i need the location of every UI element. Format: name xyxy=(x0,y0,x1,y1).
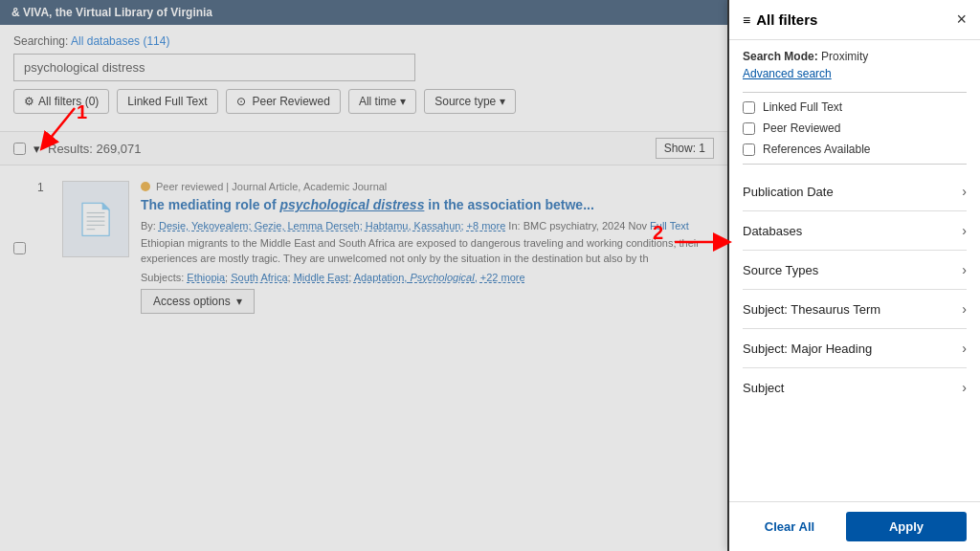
publication-date-section[interactable]: Publication Date › xyxy=(743,172,967,211)
right-panel: ≡ All filters × Search Mode: Proximity A… xyxy=(727,0,980,551)
results-bar: ▾ Results: 269,071 Show: 1 xyxy=(0,131,727,165)
apply-button[interactable]: Apply xyxy=(846,512,967,541)
databases-section[interactable]: Databases › xyxy=(743,211,967,251)
panel-body: Search Mode: Proximity Advanced search L… xyxy=(729,40,980,501)
results-count: Results: 269,071 xyxy=(48,142,142,156)
advanced-search-link[interactable]: Advanced search xyxy=(743,67,967,80)
checkbox-linked-full-text: Linked Full Text xyxy=(743,100,967,114)
authors-more-link[interactable]: +8 more xyxy=(467,220,506,231)
header-title: & VIVA, the Virtual Library of Virginia xyxy=(11,6,212,19)
search-input[interactable] xyxy=(13,54,415,81)
linked-full-text-checkbox[interactable] xyxy=(743,101,755,114)
databases-link[interactable]: All databases (114) xyxy=(71,34,169,48)
author-link[interactable]: Desie, Yekoyealem; Gezie, Lemma Derseh; … xyxy=(159,220,464,231)
filter-row: ⚙ All filters (0) Linked Full Text ⊙ Pee… xyxy=(13,89,714,114)
page-header: & VIVA, the Virtual Library of Virginia xyxy=(0,0,727,25)
chevron-right-icon: › xyxy=(962,184,967,199)
result-subjects: Subjects: Ethiopia; South Africa; Middle… xyxy=(141,272,714,283)
result-meta: Peer reviewed | Journal Article, Academi… xyxy=(141,181,714,192)
result-checkbox[interactable] xyxy=(13,183,26,314)
checkbox-references: References Available xyxy=(743,143,967,156)
panel-footer: Clear All Apply xyxy=(729,501,980,551)
all-time-button[interactable]: All time ▾ xyxy=(348,89,416,114)
all-filters-button[interactable]: ⚙ All filters (0) xyxy=(13,89,109,114)
filter-icon: ⚙ xyxy=(24,95,34,108)
close-panel-button[interactable]: × xyxy=(956,10,967,30)
source-type-button[interactable]: Source type ▾ xyxy=(424,89,516,114)
result-authors: By: Desie, Yekoyealem; Gezie, Lemma Ders… xyxy=(141,220,714,231)
subject-thesaurus-section[interactable]: Subject: Thesaurus Term › xyxy=(743,290,967,329)
panel-divider-2 xyxy=(743,164,967,165)
peer-reviewed-dot xyxy=(141,182,150,191)
show-control[interactable]: Show: 1 xyxy=(656,138,714,159)
references-available-checkbox[interactable] xyxy=(743,143,755,156)
dropdown-small[interactable]: ▾ xyxy=(33,142,40,156)
chevron-right-icon: › xyxy=(962,301,967,317)
subject-section[interactable]: Subject › xyxy=(743,368,967,407)
result-body: Peer reviewed | Journal Article, Academi… xyxy=(141,181,714,314)
chevron-right-icon: › xyxy=(962,262,967,277)
subject-major-heading-section[interactable]: Subject: Major Heading › xyxy=(743,329,967,368)
result-number: 1 xyxy=(37,181,51,314)
search-area: Searching: All databases (114) ⚙ All fil… xyxy=(0,25,727,131)
peer-reviewed-button[interactable]: ⊙ Peer Reviewed xyxy=(226,89,341,114)
filter-icon: ≡ xyxy=(743,12,750,28)
chevron-right-icon: › xyxy=(962,380,967,395)
panel-header: ≡ All filters × xyxy=(729,0,980,40)
chevron-right-icon: › xyxy=(962,223,967,238)
select-all-checkbox[interactable] xyxy=(13,143,26,155)
panel-divider xyxy=(743,92,967,93)
peer-reviewed-checkbox[interactable] xyxy=(743,122,755,135)
dropdown-arrow: ▾ xyxy=(400,95,406,108)
subjects-more-link[interactable]: +22 more xyxy=(480,272,525,283)
linked-full-text-button[interactable]: Linked Full Text xyxy=(117,89,217,114)
dropdown-arrow: ▾ xyxy=(500,95,505,108)
full-text-link[interactable]: Full Text xyxy=(650,220,689,231)
result-abstract: Ethiopian migrants to the Middle East an… xyxy=(141,235,714,267)
result-item: 1 📄 Peer reviewed | Journal Article, Aca… xyxy=(0,173,727,321)
source-types-section[interactable]: Source Types › xyxy=(743,251,967,290)
result-title[interactable]: The mediating role of psychological dist… xyxy=(141,196,714,215)
document-icon: 📄 xyxy=(77,201,115,237)
search-mode-row: Search Mode: Proximity xyxy=(743,50,967,63)
result-thumbnail: 📄 xyxy=(62,181,129,257)
searching-label: Searching: All databases (114) xyxy=(13,34,714,48)
clear-all-button[interactable]: Clear All xyxy=(743,512,836,541)
dropdown-arrow-icon: ▾ xyxy=(236,295,242,308)
checkbox-peer-reviewed: Peer Reviewed xyxy=(743,121,967,135)
panel-title: ≡ All filters xyxy=(743,11,817,28)
access-options-button[interactable]: Access options ▾ xyxy=(141,289,255,314)
chevron-right-icon: › xyxy=(962,341,967,356)
